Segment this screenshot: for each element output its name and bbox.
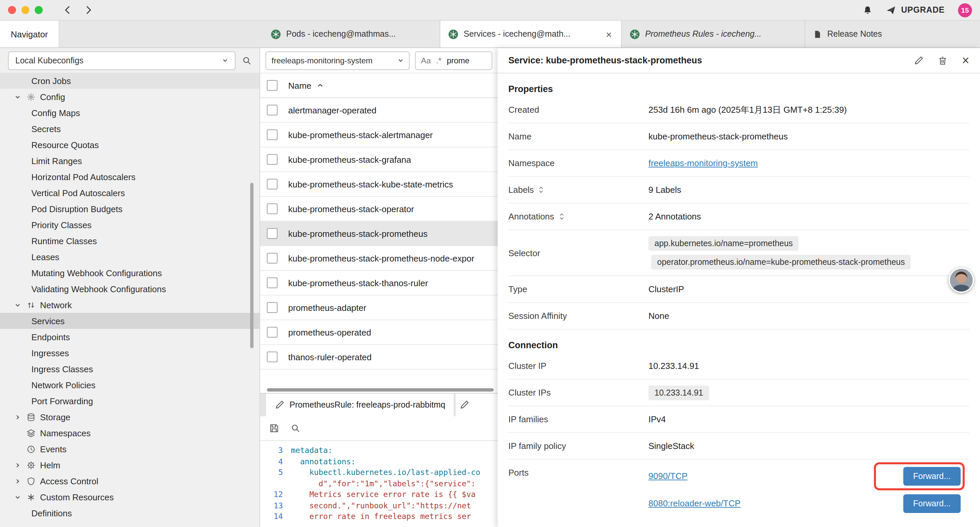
sidebar-item-limit-ranges[interactable]: Limit Ranges: [0, 153, 259, 169]
service-row-alertmanager-operated[interactable]: alertmanager-operated: [260, 98, 498, 123]
service-row-kube-prometheus-stack-grafana[interactable]: kube-prometheus-stack-grafana: [260, 147, 498, 172]
app-tab-prometheus-rules-icecheng[interactable]: Prometheus Rules - icecheng...: [622, 21, 805, 47]
service-row-kube-prometheus-stack-operator[interactable]: kube-prometheus-stack-operator: [260, 197, 498, 221]
service-row-prometheus-operated[interactable]: prometheus-operated: [260, 320, 498, 345]
service-row-kube-prometheus-stack-prometheus[interactable]: kube-prometheus-stack-prometheus: [260, 221, 498, 246]
row-checkbox[interactable]: [267, 204, 277, 214]
app-tab-pods-icecheng-mathmas[interactable]: Pods - icecheng@mathmas...: [263, 21, 440, 47]
sort-ascending-icon[interactable]: [317, 82, 323, 89]
sidebar-item-endpoints[interactable]: Endpoints: [0, 329, 259, 345]
port-link[interactable]: 9090/TCP: [648, 471, 687, 481]
sidebar-item-mutating-webhook-configurations[interactable]: Mutating Webhook Configurations: [0, 265, 259, 281]
user-avatar[interactable]: [949, 267, 974, 293]
notifications-bell-icon[interactable]: [862, 5, 872, 15]
close-drawer-icon[interactable]: ×: [962, 54, 969, 67]
service-row-kube-prometheus-stack-alertmanager[interactable]: kube-prometheus-stack-alertmanager: [260, 123, 498, 147]
sidebar-item-leases[interactable]: Leases: [0, 249, 259, 265]
close-tab-icon[interactable]: ×: [605, 29, 613, 40]
port-forward-button[interactable]: Forward...: [903, 494, 961, 513]
sidebar-item-resource-quotas[interactable]: Resource Quotas: [0, 137, 259, 153]
port-link[interactable]: 8080:reloader-web/TCP: [648, 498, 740, 508]
namespace-link[interactable]: freeleaps-monitoring-system: [648, 158, 758, 168]
sidebar-item-storage[interactable]: Storage: [0, 409, 259, 425]
chevron-right-icon[interactable]: [15, 414, 22, 420]
service-row-kube-prometheus-stack-thanos-ruler[interactable]: kube-prometheus-stack-thanos-ruler: [260, 271, 498, 296]
kubeconfig-selector[interactable]: Local Kubeconfigs: [8, 51, 235, 70]
namespace-filter-select[interactable]: freeleaps-monitoring-system: [266, 51, 410, 70]
app-tab-release-notes[interactable]: Release Notes: [805, 21, 980, 47]
sort-toggle-icon[interactable]: [539, 186, 544, 193]
row-checkbox[interactable]: [267, 105, 277, 115]
row-checkbox[interactable]: [267, 277, 277, 288]
sidebar-item-port-forwarding[interactable]: Port Forwarding: [0, 393, 259, 409]
chevron-down-icon[interactable]: [15, 494, 22, 500]
select-all-checkbox[interactable]: [267, 80, 277, 91]
row-checkbox[interactable]: [267, 302, 277, 313]
row-checkbox[interactable]: [267, 228, 277, 239]
sidebar-item-cron-jobs[interactable]: Cron Jobs: [0, 73, 259, 89]
editor-search-icon[interactable]: [291, 424, 300, 433]
sidebar-item-namespaces[interactable]: Namespaces: [0, 425, 259, 441]
sidebar-item-services[interactable]: Services: [0, 313, 259, 329]
close-window-button[interactable]: [8, 6, 16, 14]
sidebar-item-secrets[interactable]: Secrets: [0, 121, 259, 137]
row-checkbox[interactable]: [267, 154, 277, 165]
sidebar-item-network-policies[interactable]: Network Policies: [0, 377, 259, 393]
edit-service-icon[interactable]: [914, 56, 923, 65]
sidebar-item-network[interactable]: Network: [0, 297, 259, 313]
sidebar-item-config[interactable]: Config: [0, 89, 259, 105]
sidebar-item-validating-webhook-configurations[interactable]: Validating Webhook Configurations: [0, 281, 259, 297]
row-checkbox[interactable]: [267, 179, 277, 189]
sidebar-item-definitions[interactable]: Definitions: [0, 505, 259, 521]
sidebar-item-ingresses[interactable]: Ingresses: [0, 345, 259, 361]
forward-button[interactable]: [83, 5, 94, 15]
sidebar-item-horizontal-pod-autoscalers[interactable]: Horizontal Pod Autoscalers: [0, 169, 259, 185]
sidebar-item-label: Custom Resources: [40, 492, 114, 502]
notification-count-badge[interactable]: 15: [958, 3, 972, 17]
horizontal-scrollbar[interactable]: [260, 387, 498, 393]
sidebar-item-events[interactable]: Events: [0, 441, 259, 457]
editor-tab-prometheusrule[interactable]: PrometheusRule: freeleaps-prod-rabbitmq: [266, 393, 454, 416]
horizontal-scrollbar-thumb[interactable]: [267, 388, 494, 392]
service-row-thanos-ruler-operated[interactable]: thanos-ruler-operated: [260, 345, 498, 369]
port-forward-button[interactable]: Forward...: [903, 466, 961, 485]
service-row-prometheus-adapter[interactable]: prometheus-adapter: [260, 296, 498, 320]
sidebar-item-priority-classes[interactable]: Priority Classes: [0, 217, 259, 233]
service-search-input[interactable]: Aa .* prome: [415, 51, 492, 70]
chevron-down-icon[interactable]: [15, 302, 22, 308]
sidebar-item-pod-disruption-budgets[interactable]: Pod Disruption Budgets: [0, 201, 259, 217]
sidebar-item-ingress-classes[interactable]: Ingress Classes: [0, 361, 259, 377]
save-icon[interactable]: [269, 424, 279, 433]
sidebar-scrollbar-thumb[interactable]: [250, 183, 253, 348]
sidebar-search-icon[interactable]: [242, 56, 251, 65]
navigator-tab[interactable]: Navigator: [0, 21, 59, 47]
row-checkbox[interactable]: [267, 253, 277, 263]
service-row-kube-prometheus-stack-kube-state-metrics[interactable]: kube-prometheus-stack-kube-state-metrics: [260, 172, 498, 197]
row-checkbox[interactable]: [267, 352, 277, 362]
chevron-right-icon[interactable]: [15, 478, 22, 484]
sidebar-item-helm[interactable]: Helm: [0, 457, 259, 473]
sidebar-item-runtime-classes[interactable]: Runtime Classes: [0, 233, 259, 249]
sort-toggle-icon[interactable]: [559, 213, 564, 220]
upgrade-button[interactable]: UPGRADE: [886, 5, 945, 15]
sidebar-item-custom-resources[interactable]: Custom Resources: [0, 489, 259, 505]
sidebar-item-config-maps[interactable]: Config Maps: [0, 105, 259, 121]
service-row-kube-prometheus-stack-prometheus-node-expor[interactable]: kube-prometheus-stack-prometheus-node-ex…: [260, 246, 498, 271]
chevron-right-icon[interactable]: [15, 462, 22, 468]
minimize-window-button[interactable]: [21, 6, 29, 14]
sidebar-item-vertical-pod-autoscalers[interactable]: Vertical Pod Autoscalers: [0, 185, 259, 201]
match-case-toggle[interactable]: Aa: [421, 56, 431, 65]
maximize-window-button[interactable]: [35, 6, 43, 14]
shield-icon: [27, 477, 35, 485]
sidebar-item-access-control[interactable]: Access Control: [0, 473, 259, 489]
delete-service-icon[interactable]: [938, 56, 947, 65]
chevron-down-icon[interactable]: [15, 94, 22, 100]
regex-toggle[interactable]: .*: [436, 56, 441, 65]
editor-tab-partial[interactable]: [456, 393, 498, 416]
app-tab-services-icecheng-math[interactable]: Services - icecheng@math... ×: [440, 21, 622, 47]
name-column-header[interactable]: Name: [288, 80, 311, 91]
row-checkbox[interactable]: [267, 327, 277, 338]
row-checkbox[interactable]: [267, 129, 277, 140]
back-button[interactable]: [63, 5, 73, 15]
yaml-editor[interactable]: 3 metadata: 4 annotations: 5 kubectl.kub…: [260, 441, 498, 527]
